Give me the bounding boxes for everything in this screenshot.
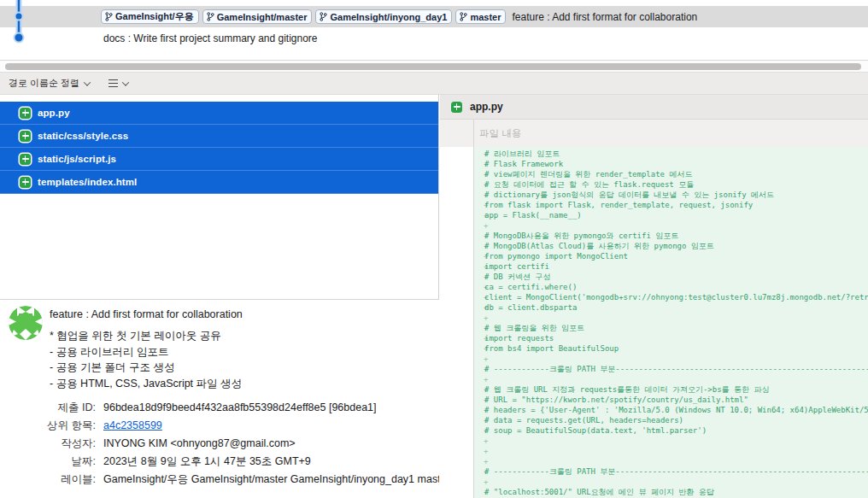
- diff-line: +app = Flask(__name__): [474, 210, 868, 220]
- diff-line: +: [474, 374, 868, 384]
- diff-line-text: # URL = "https://kworb.net/spotify/count…: [484, 395, 748, 404]
- file-list-item[interactable]: app.py: [0, 102, 438, 125]
- diff-line-text: # 웹 크롤링 URL 지정과 requests를통한 데이터 가져오기->bs…: [484, 385, 769, 394]
- diff-line: +# 라이브러리 임포트: [474, 149, 868, 159]
- diff-line-text: # ------------크롤링 PATH 부분---------------…: [484, 467, 868, 476]
- diff-line-text: db = client.dbsparta: [484, 303, 577, 312]
- added-file-icon: [20, 177, 31, 188]
- diff-line-sign: +: [474, 374, 484, 384]
- diff-line-sign: +: [474, 302, 484, 313]
- added-file-icon: [20, 131, 31, 142]
- diff-line-sign: +: [474, 231, 484, 241]
- diff-line: +from bs4 import BeautifulSoup: [474, 343, 868, 354]
- file-list-toolbar: 경로 이름순 정렬: [0, 72, 868, 95]
- labels-label: 레이블:: [0, 472, 96, 487]
- diff-line-sign: +: [474, 190, 484, 200]
- diff-line-sign: +: [474, 272, 484, 282]
- sort-dropdown-label: 경로 이름순 정렬: [9, 77, 79, 90]
- commit-description: * 협업을 위한 첫 기본 레이아웃 공유 - 공용 라이브러리 임포트 - 공…: [50, 328, 434, 391]
- chevron-down-icon: [84, 79, 91, 85]
- changed-file-list: app.py static/css/style.css static/js/sc…: [0, 102, 438, 194]
- diff-line-text: import requests: [484, 334, 554, 343]
- parent-commit-link[interactable]: a4c2358599: [103, 419, 162, 431]
- diff-line: +# view페이지 렌더링을 위한 render_template 메서드: [474, 169, 868, 179]
- diff-line-text: # ------------크롤링 PATH 부분---------------…: [484, 365, 868, 373]
- diff-line: +# DB 커넥션 구성: [474, 272, 868, 282]
- commit-graph: [7, 0, 31, 53]
- horizontal-scrollbar-thumb[interactable]: [5, 63, 861, 70]
- git-client-window: GameInsight/우응 GameInsight/master: [0, 0, 868, 498]
- diff-line: +: [474, 446, 868, 456]
- diff-line-sign: +: [474, 220, 484, 231]
- diff-line-text: # 요청 데이터에 접근 할 수 있는 flask.request 모듈: [484, 180, 694, 189]
- diff-line-text: import certifi: [484, 262, 549, 271]
- diff-line: +# soup = BeautifulSoup(data.text, 'html…: [474, 425, 868, 436]
- git-branch-icon: [207, 12, 214, 21]
- commit-description-line: - 공용 기본 폴더 구조 생성: [50, 360, 434, 376]
- diff-content: 파일 내용 +# 라이브러리 임포트 +# Flask Framework +#…: [440, 120, 868, 498]
- diff-line-sign: +: [474, 200, 484, 210]
- parent-commit-label: 상위 항목:: [0, 419, 96, 433]
- diff-line: +ca = certifi.where(): [474, 282, 868, 292]
- commit-id-label: 제출 ID:: [0, 401, 96, 415]
- branch-badge[interactable]: GameInsight/master: [202, 9, 313, 24]
- diff-line-sign: +: [474, 436, 484, 446]
- branch-badge[interactable]: master: [455, 9, 506, 24]
- commit-row-selected[interactable]: GameInsight/우응 GameInsight/master: [0, 6, 868, 27]
- diff-line: +: [474, 477, 868, 487]
- diff-line: +# data = requests.get(URL, headers=head…: [474, 415, 868, 425]
- diff-line: +import requests: [474, 333, 868, 343]
- diff-line-text: # soup = BeautifulSoup(data.text, 'html.…: [484, 426, 707, 435]
- diff-line-sign: +: [474, 415, 484, 425]
- branch-name: GameInsight/inyong_day1: [330, 12, 447, 22]
- file-list-item[interactable]: templates/index.html: [0, 171, 438, 194]
- commit-details: feature : Add first format for collabora…: [0, 300, 439, 498]
- diff-line-sign: +: [474, 395, 484, 405]
- diff-section-header: 파일 내용: [440, 120, 868, 147]
- diff-line-text: # Flask Framework: [484, 160, 563, 168]
- commit-row[interactable]: docs : Write first project summary and g…: [0, 29, 868, 48]
- diff-line-text: # 라이브러리 임포트: [484, 149, 560, 158]
- diff-line: +# ------------크롤링 PATH 부분--------------…: [474, 466, 868, 477]
- view-options-dropdown[interactable]: [108, 79, 128, 88]
- file-list-item[interactable]: static/js/script.js: [0, 148, 438, 171]
- diff-file-header: app.py: [440, 95, 868, 120]
- diff-line-sign: +: [474, 456, 484, 466]
- branch-badge[interactable]: GameInsight/inyong_day1: [315, 9, 452, 24]
- diff-line-sign: +: [474, 354, 484, 364]
- file-name: static/js/script.js: [38, 154, 116, 164]
- diff-line: +# headers = {'User-Agent' : 'Mozilla/5.…: [474, 405, 868, 415]
- diff-line-text: from flask import Flask, render_template…: [484, 201, 753, 209]
- diff-line-text: # MongoDB(Atlas Cloud)를 사용하기 위한 pymongo …: [484, 242, 714, 250]
- commit-message: docs : Write first project summary and g…: [103, 32, 318, 44]
- diff-line: +from pymongo import MongoClient: [474, 251, 868, 261]
- diff-line-sign: +: [474, 477, 484, 487]
- added-file-icon: [20, 108, 31, 119]
- diff-line: +# 요청 데이터에 접근 할 수 있는 flask.request 모듈: [474, 179, 868, 190]
- diff-line-sign: +: [474, 261, 484, 272]
- diff-line-text: app = Flask(__name__): [484, 211, 582, 220]
- author-row: 작성자: INYONG KIM <ohnyong87@gmail.com>: [0, 436, 439, 454]
- diff-line-text: client = MongoClient('mongodb+srv://ohny…: [484, 293, 868, 302]
- added-file-icon: [451, 102, 462, 113]
- changed-files-panel: app.py static/css/style.css static/js/sc…: [0, 95, 439, 498]
- diff-line: +# MongoDB사용을 위한 pymongo와 certifi 임포트: [474, 231, 868, 241]
- diff-line-sign: +: [474, 384, 484, 395]
- diff-line: +# 웹 크롤링을 위한 임포트: [474, 323, 868, 333]
- sort-dropdown[interactable]: 경로 이름순 정렬: [9, 77, 90, 90]
- diff-panel: app.py 파일 내용 +# 라이브러리 임포트 +# Flask Frame…: [440, 95, 868, 498]
- date-value: 2023년 8월 9일 오후 1시 47분 35초 GMT+9: [103, 454, 311, 469]
- commit-message: feature : Add first format for collabora…: [512, 11, 697, 23]
- commit-description-line: - 공용 HTML, CSS, JavaScript 파일 생성: [50, 376, 434, 392]
- diff-line-text: # dictionary를 json형식의 응답 데이터를 내보낼 수 있는 j…: [484, 190, 774, 199]
- diff-line: +# URL = "https://kworb.net/spotify/coun…: [474, 395, 868, 405]
- diff-line-sign: +: [474, 333, 484, 343]
- diff-line: +: [474, 456, 868, 466]
- file-name: app.py: [38, 108, 70, 118]
- diff-line-sign: +: [474, 487, 484, 497]
- file-name: templates/index.html: [38, 177, 137, 187]
- branch-badge[interactable]: GameInsight/우응: [101, 9, 199, 24]
- file-list-item[interactable]: static/css/style.css: [0, 125, 438, 148]
- diff-line: +# ------------크롤링 PATH 부분--------------…: [474, 364, 868, 374]
- diff-line-text: # "localhost:5001/" URL요청에 메인 뷰 페이지 반환 응…: [484, 488, 714, 496]
